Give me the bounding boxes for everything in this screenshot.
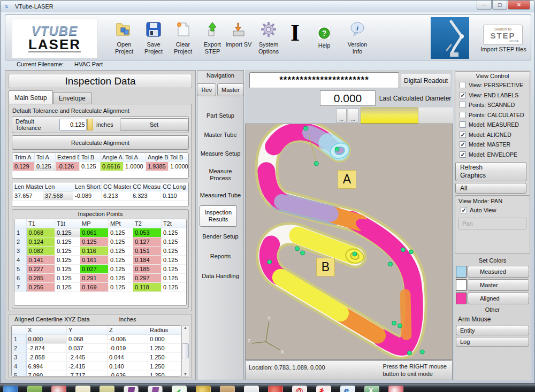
nav-measure-process[interactable]: Measure Process bbox=[203, 164, 238, 186]
measured-color-button[interactable]: Measured bbox=[468, 266, 529, 278]
col-angle-a: Angle A bbox=[101, 153, 124, 162]
scroll-up-icon[interactable]: ▲ bbox=[184, 326, 187, 329]
points-row[interactable]: 50.2270.1250.0270.1250.1850.125 bbox=[15, 265, 187, 274]
minimize-button[interactable]: — bbox=[477, 1, 492, 10]
col-tol-a: Tol A bbox=[35, 153, 56, 162]
points-row[interactable]: 40.1410.1250.1610.1250.1840.125 bbox=[15, 256, 187, 265]
taskbar-vtube-icon[interactable] bbox=[244, 386, 259, 392]
taskbar-start-orb[interactable] bbox=[3, 386, 18, 392]
check-model-measured[interactable]: Model: MEASURED bbox=[455, 120, 530, 130]
taskbar-app-icon[interactable] bbox=[100, 386, 114, 392]
nav-data-handling[interactable]: Data Handling bbox=[197, 266, 243, 287]
taskbar-app-icon[interactable] bbox=[75, 386, 90, 392]
indicator-bar-track bbox=[418, 107, 453, 124]
check-model-aligned[interactable]: ✓ Model: ALIGNED bbox=[455, 130, 530, 140]
checkbox[interactable] bbox=[460, 102, 466, 108]
open-project-button[interactable]: Open Project bbox=[108, 20, 140, 55]
help-button[interactable]: ? Help bbox=[308, 27, 340, 49]
nav-inspection-results[interactable]: Inspection Results bbox=[200, 205, 237, 227]
scroll-thumb[interactable] bbox=[182, 343, 189, 358]
col-cc-long: CC Long bbox=[161, 182, 189, 191]
import-sv-button[interactable]: Import SV bbox=[225, 20, 253, 48]
xyz-row[interactable]: 57.090-7.717-0.6261.250 bbox=[12, 371, 181, 377]
measured-color-row: Measured bbox=[456, 266, 529, 278]
nav-measure-setup[interactable]: Measure Setup bbox=[197, 144, 243, 164]
tab-envelope[interactable]: Envelope bbox=[53, 92, 91, 104]
xyz-row[interactable]: 3-2.858-2.4450.0441.250 bbox=[12, 353, 181, 362]
master-color-row: Master bbox=[456, 279, 529, 291]
xyz-row[interactable]: 2-2.8740.037-0.0191.250 bbox=[12, 344, 181, 353]
check-model-envelope[interactable]: ✓ Model: ENVELOPE bbox=[455, 150, 530, 160]
xyz-row[interactable]: 10.0000.068-0.0060.000 bbox=[12, 335, 181, 344]
checkbox[interactable]: ✓ bbox=[460, 132, 466, 138]
aligned-centerline-group: Aligned Centerline XYZ Data inches X Y Z… bbox=[9, 314, 192, 378]
export-step-button[interactable]: Export STEP bbox=[196, 20, 228, 55]
points-row[interactable]: 70.2560.1250.1690.1250.1180.125 bbox=[15, 283, 187, 292]
clear-project-button[interactable]: Clear Project bbox=[167, 20, 199, 55]
main-toolbar: VTUBE LASER Open Project Save Project bbox=[5, 14, 531, 60]
nav-master-tube[interactable]: Master Tube bbox=[197, 126, 243, 144]
system-options-button[interactable]: System Options bbox=[253, 20, 285, 55]
tab-main-setup[interactable]: Main Setup bbox=[9, 90, 53, 104]
entity-button[interactable]: Entity bbox=[456, 326, 529, 335]
master-color-button[interactable]: Master bbox=[468, 279, 529, 291]
taskbar-app-icon[interactable] bbox=[51, 386, 66, 392]
maximize-button[interactable]: ▢ bbox=[492, 1, 507, 10]
checkbox[interactable] bbox=[460, 112, 466, 118]
taskbar-app-icon[interactable] bbox=[196, 386, 211, 392]
check-view-end-labels[interactable]: ✓ View: END LABELS bbox=[455, 90, 530, 101]
dots-button-1[interactable]: ... bbox=[336, 109, 347, 122]
switch-to-step-mode-button[interactable]: Switch to STEP MODE bbox=[483, 25, 523, 45]
refresh-graphics-button[interactable]: RefreshGraphics bbox=[455, 162, 526, 181]
checkbox[interactable]: ✓ bbox=[460, 151, 466, 158]
close-button[interactable]: ✕ bbox=[508, 1, 530, 10]
xyz-row[interactable]: 46.994-2.4150.1401.250 bbox=[12, 362, 181, 371]
xyz-scrollbar[interactable]: ▲ ▼ bbox=[181, 325, 189, 376]
master-color-swatch[interactable] bbox=[456, 279, 467, 291]
check-view-perspective[interactable]: View: PERSPECTIVE bbox=[455, 80, 530, 90]
taskbar-app-icon[interactable] bbox=[268, 386, 283, 392]
recalculate-alignment-button[interactable]: Recalculate Alignment bbox=[12, 135, 189, 150]
dots-button-2[interactable]: ... bbox=[348, 109, 358, 122]
all-button[interactable]: All bbox=[455, 183, 526, 194]
points-row[interactable]: 60.2850.1250.2910.1250.2970.125 bbox=[15, 274, 187, 283]
master-button[interactable]: Master bbox=[217, 83, 244, 96]
points-row[interactable]: 20.1240.1250.1250.1250.1270.125 bbox=[15, 237, 187, 247]
tolerance-spinner[interactable] bbox=[87, 119, 94, 130]
aligned-color-swatch[interactable] bbox=[456, 293, 467, 304]
version-info-button[interactable]: i Version Info bbox=[341, 20, 373, 55]
taskbar-app-icon[interactable] bbox=[27, 386, 42, 392]
nav-bender-setup[interactable]: Bender Setup bbox=[197, 227, 243, 247]
checkbox[interactable]: ✓ bbox=[461, 207, 467, 213]
checkbox[interactable]: ✓ bbox=[460, 141, 466, 148]
set-colors-title: Set Colors bbox=[455, 256, 530, 264]
length-values-row[interactable]: 37.657 37.568 -0.089 6.213 6.323 0.110 bbox=[13, 191, 189, 201]
set-button[interactable]: Set bbox=[120, 118, 188, 131]
check-model-master[interactable]: ✓ Model: MASTER bbox=[455, 140, 530, 150]
pan-button[interactable]: Pan bbox=[458, 218, 526, 229]
measured-color-swatch[interactable] bbox=[456, 266, 467, 278]
3d-scene[interactable]: Y X Z A B bbox=[245, 124, 453, 360]
auto-view-checkbox[interactable]: ✓ Auto View bbox=[455, 205, 530, 216]
taskbar-app-icon[interactable] bbox=[220, 386, 235, 392]
points-row[interactable]: 10.0680.1250.0610.1250.0530.125 bbox=[15, 228, 187, 237]
checkbox[interactable] bbox=[460, 82, 466, 88]
aligned-color-button[interactable]: Aligned bbox=[468, 293, 529, 304]
nav-part-setup[interactable]: Part Setup bbox=[197, 106, 243, 126]
log-button[interactable]: Log bbox=[456, 337, 529, 347]
save-project-button[interactable]: Save Project bbox=[137, 20, 170, 55]
rev-button[interactable]: Rev bbox=[197, 83, 216, 96]
nav-measured-tube[interactable]: Measured Tube bbox=[197, 186, 243, 205]
col-radius: Radius bbox=[148, 326, 181, 335]
check-points-scanned[interactable]: Points: SCANNED bbox=[455, 100, 530, 110]
points-row[interactable]: 30.0820.1250.1160.1250.1510.125 bbox=[15, 247, 187, 256]
checkbox[interactable]: ✓ bbox=[460, 92, 466, 98]
trim-values-row[interactable]: 0.129 0.125 -0.126 0.125 0.6616 1.0000 1… bbox=[13, 162, 189, 171]
check-points-calculated[interactable]: Points: CALCULATED bbox=[455, 110, 530, 120]
taskbar-app-icon[interactable] bbox=[388, 386, 403, 392]
windows-taskbar: ✔ @ ҂ e X bbox=[0, 383, 535, 392]
checkbox[interactable] bbox=[460, 121, 466, 128]
scroll-down-icon[interactable]: ▼ bbox=[184, 372, 187, 376]
nav-reports[interactable]: Reports bbox=[197, 247, 243, 266]
default-tolerance-input[interactable]: 0.125 bbox=[59, 119, 87, 130]
